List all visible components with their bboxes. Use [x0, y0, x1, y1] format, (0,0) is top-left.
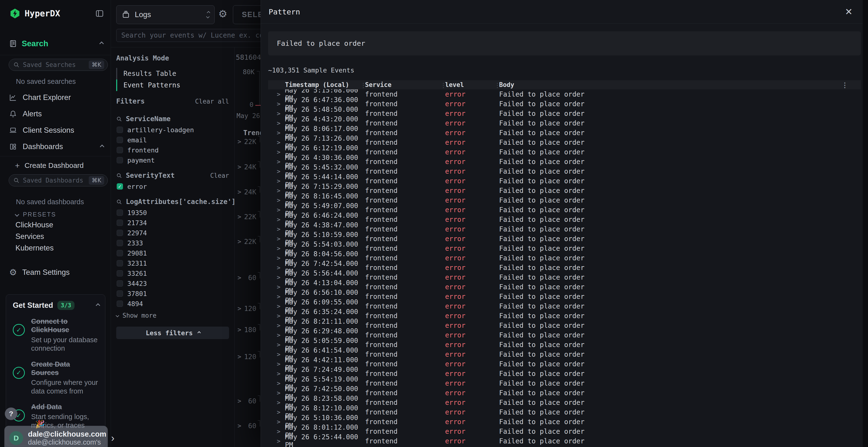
row-expand-chevron[interactable]: >: [268, 264, 283, 271]
chevron-up-icon[interactable]: [100, 144, 104, 149]
filter-option[interactable]: 34423: [116, 278, 229, 288]
pattern-row-partial[interactable]: > 22K: [235, 237, 261, 247]
row-expand-chevron[interactable]: >: [268, 283, 283, 290]
sidebar-collapse-icon[interactable]: [95, 9, 104, 18]
row-expand-chevron[interactable]: >: [268, 351, 283, 358]
chevron-up-icon[interactable]: [96, 303, 100, 308]
checkbox[interactable]: [117, 301, 123, 307]
source-select[interactable]: Logs: [116, 5, 215, 24]
filter-option[interactable]: 22974: [116, 228, 229, 238]
checkbox[interactable]: [117, 260, 123, 266]
pattern-row-partial[interactable]: > 22K: [235, 137, 261, 147]
row-expand-chevron[interactable]: >: [268, 438, 283, 445]
checkbox[interactable]: [117, 230, 123, 236]
clear-all-link[interactable]: Clear all: [195, 98, 229, 105]
row-expand-chevron[interactable]: >: [268, 341, 283, 348]
filter-option[interactable]: artillery-loadgen: [116, 125, 229, 135]
checkbox[interactable]: [117, 209, 123, 216]
pattern-row-partial[interactable]: > 120: [235, 304, 261, 314]
show-more-link[interactable]: Show more: [116, 311, 229, 320]
get-started-step[interactable]: ✓ Connect to ClickHouse Set up your data…: [6, 310, 105, 353]
pattern-row-partial[interactable]: > 120: [235, 352, 261, 362]
pattern-row-partial[interactable]: > 60: [235, 421, 261, 431]
row-expand-chevron[interactable]: >: [268, 370, 283, 377]
clear-link[interactable]: Clear: [210, 172, 229, 179]
row-expand-chevron[interactable]: >: [268, 139, 283, 146]
pattern-row-partial[interactable]: > 24K: [235, 162, 261, 172]
filter-option[interactable]: 37801: [116, 288, 229, 299]
row-expand-chevron[interactable]: >: [268, 187, 283, 194]
checkbox[interactable]: [117, 137, 123, 143]
row-expand-chevron[interactable]: >: [268, 129, 283, 136]
row-expand-chevron[interactable]: >: [268, 293, 283, 300]
row-expand-chevron[interactable]: >: [268, 380, 283, 387]
sidebar-item-dashboards[interactable]: Dashboards: [9, 141, 103, 152]
checkbox[interactable]: [117, 127, 123, 133]
row-expand-chevron[interactable]: >: [268, 399, 283, 406]
row-expand-chevron[interactable]: >: [268, 120, 283, 127]
row-expand-chevron[interactable]: >: [268, 100, 283, 107]
checkbox[interactable]: [117, 280, 123, 286]
row-expand-chevron[interactable]: >: [268, 428, 283, 435]
table-row[interactable]: > May 26 6:25:44.000 PM frontend error F…: [268, 436, 861, 446]
pattern-row-partial[interactable]: > 22K: [235, 212, 261, 222]
filter-option[interactable]: frontend: [116, 145, 229, 155]
mode-event-patterns[interactable]: Event Patterns: [116, 79, 229, 91]
filter-option[interactable]: 2333: [116, 238, 229, 248]
row-expand-chevron[interactable]: >: [268, 312, 283, 319]
checkbox[interactable]: [117, 157, 123, 163]
search-icon[interactable]: [116, 116, 122, 122]
get-started-step[interactable]: ✓ Create Data Sources Configure where yo…: [6, 353, 105, 396]
checkbox[interactable]: [117, 250, 123, 256]
row-expand-chevron[interactable]: >: [268, 197, 283, 204]
filter-option[interactable]: 21734: [116, 218, 229, 228]
preset-kubernetes[interactable]: Kubernetes: [16, 243, 54, 253]
row-expand-chevron[interactable]: >: [268, 216, 283, 223]
filter-option[interactable]: 19350: [116, 208, 229, 218]
preset-clickhouse[interactable]: ClickHouse: [16, 220, 53, 230]
help-button[interactable]: ?: [5, 408, 18, 420]
saved-dashboards-input[interactable]: Saved Dashboards ⌘K: [9, 174, 108, 186]
row-expand-chevron[interactable]: >: [268, 254, 283, 262]
checkbox[interactable]: [117, 240, 123, 246]
row-expand-chevron[interactable]: >: [268, 322, 283, 329]
row-expand-chevron[interactable]: >: [268, 206, 283, 213]
sidebar-item-client-sessions[interactable]: Client Sessions: [9, 125, 103, 136]
saved-searches-input[interactable]: Saved Searches ⌘K: [9, 59, 108, 71]
search-icon[interactable]: [116, 199, 122, 205]
team-settings-button[interactable]: ⚙ Team Settings: [9, 267, 70, 278]
row-expand-chevron[interactable]: >: [268, 418, 283, 425]
checkbox-checked[interactable]: ✓: [117, 183, 123, 190]
filter-option[interactable]: 32311: [116, 258, 229, 268]
checkbox[interactable]: [117, 147, 123, 153]
row-expand-chevron[interactable]: >: [268, 168, 283, 175]
row-expand-chevron[interactable]: >: [268, 91, 283, 98]
row-expand-chevron[interactable]: >: [268, 158, 283, 165]
row-expand-chevron[interactable]: >: [268, 303, 283, 310]
user-menu[interactable]: D dale@clickhouse.com dale@clickhouse.co…: [4, 426, 108, 447]
filter-option[interactable]: 29081: [116, 248, 229, 258]
row-expand-chevron[interactable]: >: [268, 148, 283, 156]
pattern-row-partial[interactable]: > 180: [235, 325, 261, 335]
filter-option-error[interactable]: ✓ error: [116, 181, 229, 192]
filter-option[interactable]: 4894: [116, 299, 229, 309]
close-icon[interactable]: ✕: [845, 7, 852, 16]
presets-toggle[interactable]: PRESETS: [16, 210, 56, 219]
filter-option[interactable]: email: [116, 135, 229, 145]
pattern-row-partial[interactable]: > 60: [235, 396, 261, 406]
row-expand-chevron[interactable]: >: [268, 226, 283, 233]
checkbox[interactable]: [117, 270, 123, 276]
preset-services[interactable]: Services: [16, 231, 44, 242]
row-expand-chevron[interactable]: >: [268, 274, 283, 281]
scrollbar[interactable]: [863, 0, 868, 447]
get-started-step[interactable]: ✓ Add Data Start sending logs, metrics, …: [6, 396, 105, 429]
filter-option[interactable]: 33261: [116, 268, 229, 278]
row-expand-chevron[interactable]: >: [268, 110, 283, 117]
table-menu-icon[interactable]: ⋮: [841, 81, 848, 89]
create-dashboard-button[interactable]: + Create Dashboard: [15, 161, 84, 171]
less-filters-button[interactable]: Less filters: [116, 326, 229, 339]
source-settings-button[interactable]: ⚙: [217, 9, 228, 19]
row-expand-chevron[interactable]: >: [268, 332, 283, 339]
row-expand-chevron[interactable]: >: [268, 177, 283, 184]
row-expand-chevron[interactable]: >: [268, 245, 283, 252]
